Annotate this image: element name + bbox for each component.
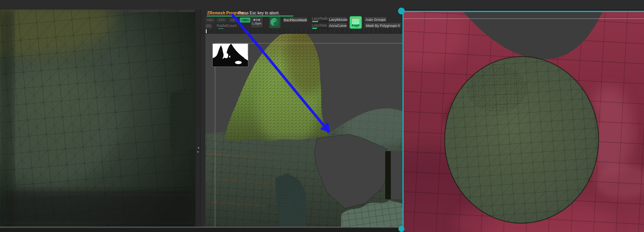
stroke-sphere-icon — [269, 17, 280, 27]
radial-count-label: RadialCount — [217, 24, 237, 28]
polyframe-line-fill-caption: Line Fill — [350, 17, 362, 19]
local-symmetry-button[interactable]: ✱⇅✱ L.Sym — [250, 17, 263, 28]
progress-abort-hint: Press Esc key to abort. — [238, 11, 280, 15]
tray-collapse-icon[interactable]: ◄ — [196, 146, 200, 149]
selection-handle-bottom-left[interactable] — [398, 226, 404, 232]
auto-groups-button[interactable]: Auto Groups — [364, 17, 387, 22]
backface-mask-button[interactable]: BackfaceMask — [282, 18, 307, 23]
selection-handle-top-left[interactable] — [398, 8, 405, 14]
divider-grip-texture — [197, 130, 199, 182]
left-mesh-wireframe — [0, 10, 197, 227]
title-bar — [0, 0, 644, 10]
lsym-label: L.Sym — [252, 22, 262, 25]
polyframe-label: PolyF — [350, 24, 362, 27]
stroke-type-button[interactable] — [269, 16, 281, 28]
progress-bar — [207, 16, 293, 16]
sym-z-button[interactable]: >Z< — [228, 18, 239, 23]
left-viewport-mesh[interactable] — [0, 10, 197, 227]
ruler-origin-tick — [206, 29, 207, 33]
document-canvas[interactable] — [205, 34, 402, 227]
bottom-scrollbar[interactable] — [0, 227, 402, 232]
sym-m-button[interactable]: >M< — [240, 18, 251, 23]
remesh-mask-thumbnail — [213, 44, 248, 67]
tray-divider[interactable]: ◄ ► — [195, 10, 201, 227]
tray-expand-icon[interactable]: ► — [196, 150, 200, 153]
zbrush-document-panel: ZRemesh Progress... Press Esc key to abo… — [201, 10, 402, 227]
lazy-step-label: LazyStep — [312, 23, 327, 27]
polyframe-button[interactable]: Line Fill PolyF — [349, 16, 362, 29]
mask-by-polygroups-button[interactable]: Mask By Polygroups 0 — [364, 23, 402, 28]
zoom-inset-panel[interactable] — [402, 11, 644, 232]
inset-mesh-render — [402, 11, 644, 232]
lazy-mouse-button[interactable]: LazyMouse — [328, 17, 347, 22]
radial-r-button[interactable]: (R) — [205, 24, 213, 29]
sym-y-button[interactable]: >Y< — [216, 18, 227, 23]
polyframe-grid-icon — [352, 19, 359, 24]
canvas-ruler — [201, 29, 402, 34]
accu-curve-button[interactable]: AccuCurve — [328, 23, 347, 28]
canvas-mesh-render — [205, 34, 402, 227]
lsym-stars-icon: ✱⇅✱ — [252, 18, 262, 22]
sym-x-button[interactable]: >X< — [205, 18, 215, 23]
